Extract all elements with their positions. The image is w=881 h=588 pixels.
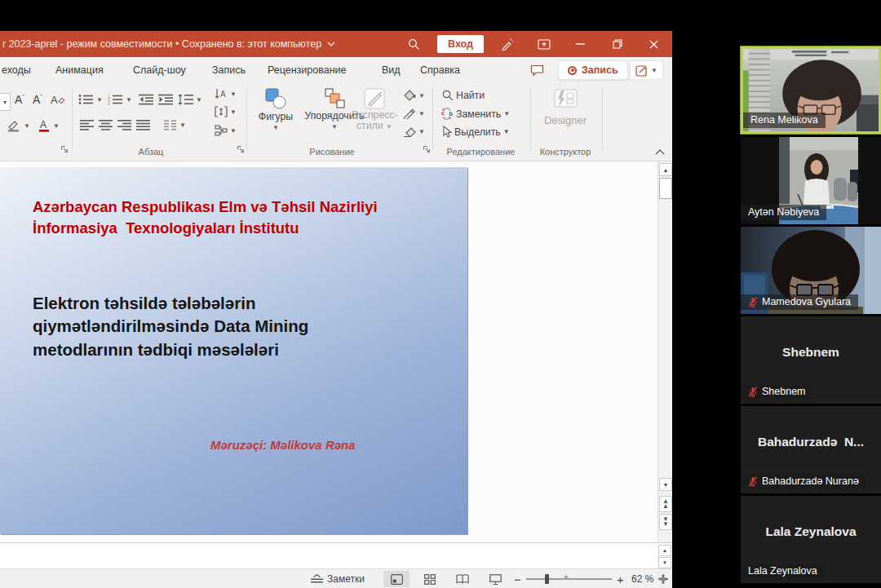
designer-icon xyxy=(551,88,579,109)
next-slide-button[interactable]: ▼▼ xyxy=(659,514,672,530)
align-right-button[interactable] xyxy=(117,119,131,130)
tab-help[interactable]: Справка xyxy=(420,64,460,76)
ribbon-tab-row: еходы Анимация Слайд-шоу Запись Рецензир… xyxy=(0,57,672,83)
find-icon xyxy=(442,90,454,101)
signin-button[interactable]: Вход xyxy=(437,35,484,53)
font-dialog-launcher[interactable] xyxy=(60,145,69,153)
align-text-button[interactable]: ▼ xyxy=(215,106,237,117)
minimize-button[interactable] xyxy=(562,31,599,57)
decrease-indent-button[interactable] xyxy=(139,94,153,105)
increase-indent-button[interactable] xyxy=(158,94,173,105)
participant-name-tag: Lala Zeynalova xyxy=(741,564,825,579)
zoom-slider-tick: + xyxy=(564,573,569,581)
scroll-up-button[interactable]: ▲ xyxy=(659,163,672,176)
participant-tile-rena-melikova[interactable]: Rena Melikova xyxy=(741,46,881,134)
select-icon xyxy=(441,126,452,138)
editing-mode-button[interactable]: ▼ xyxy=(630,60,663,80)
participant-tile-bahadurzade-nurane[interactable]: Bahadurzadə N... Bahadurzadə Nuranə xyxy=(741,406,881,493)
zoom-level[interactable]: 62 % xyxy=(631,569,653,588)
shrink-font-button[interactable]: Aˇ xyxy=(33,93,42,106)
notes-scroll-up-button[interactable]: ▲ xyxy=(658,545,671,556)
shape-effects-button[interactable]: ▼ xyxy=(403,126,425,137)
scroll-down-button[interactable]: ▼ xyxy=(659,478,672,491)
svg-text:A: A xyxy=(40,119,46,130)
drawing-group-label: Рисование xyxy=(287,147,377,157)
select-button[interactable]: Выделить ▼ xyxy=(441,126,510,138)
notes-pane[interactable]: ▲ ▼ xyxy=(0,542,672,568)
participant-tile-shebnem[interactable]: Shebnem Shebnem xyxy=(741,316,881,404)
paragraph-dialog-launcher[interactable] xyxy=(237,145,245,153)
shape-fill-button[interactable]: ▼ xyxy=(403,90,425,101)
justify-button[interactable] xyxy=(136,119,150,130)
replace-button[interactable]: bc Заменить ▼ xyxy=(440,108,510,120)
slide-canvas[interactable]: Azərbaycan Respublikası Elm və Təhsil Na… xyxy=(0,167,467,534)
slide-heading[interactable]: Azərbaycan Respublikası Elm və Təhsil Na… xyxy=(33,197,457,240)
notes-scroll-down-button[interactable]: ▼ xyxy=(658,557,671,568)
participant-tile-lala-zeynalova[interactable]: Lala Zeynalova Lala Zeynalova xyxy=(741,496,881,583)
svg-text:A: A xyxy=(220,90,226,99)
slide-body-text[interactable]: Elektron təhsildə tələbələrin qiymətlənd… xyxy=(33,292,408,361)
tab-transitions-partial[interactable]: еходы xyxy=(2,64,31,76)
notes-toggle-button[interactable]: Заметки xyxy=(311,569,365,588)
participant-display-name: Bahadurzadə N... xyxy=(741,435,881,449)
muted-mic-icon xyxy=(748,476,758,487)
columns-button[interactable]: ▼ xyxy=(163,119,186,130)
highlight-pen-button[interactable]: ▼ xyxy=(7,119,30,132)
svg-text:A: A xyxy=(51,94,58,106)
shapes-button[interactable]: Фигуры ▼ xyxy=(255,88,297,131)
zoom-in-button[interactable]: + xyxy=(617,569,624,588)
shape-outline-button[interactable]: ▼ xyxy=(403,108,425,119)
text-direction-button[interactable]: A ▼ xyxy=(215,88,237,99)
participant-name-tag: Mamedova Gyulara xyxy=(741,294,858,310)
drawing-dialog-launcher[interactable] xyxy=(423,145,431,153)
title-bar: r 2023-aprel - режим совместимости • Сох… xyxy=(0,31,672,57)
slide-speaker-text[interactable]: Məruzəçi: Məlikova Rəna xyxy=(210,438,356,452)
slideshow-view-button[interactable] xyxy=(482,571,508,587)
designer-button[interactable]: Designer xyxy=(537,88,594,126)
shapes-icon xyxy=(265,88,286,109)
scrollbar-thumb[interactable] xyxy=(659,178,672,199)
bullets-button[interactable]: ▼ xyxy=(78,94,103,105)
search-icon[interactable] xyxy=(396,31,432,57)
font-color-button[interactable]: A ▼ xyxy=(38,119,60,132)
line-spacing-button[interactable]: ▼ xyxy=(178,94,202,105)
tab-view[interactable]: Вид xyxy=(382,64,401,76)
normal-view-button[interactable] xyxy=(383,571,410,587)
align-left-button[interactable] xyxy=(80,119,94,130)
record-dot-icon xyxy=(568,66,577,75)
tab-animation[interactable]: Анимация xyxy=(55,64,104,76)
clear-formatting-button[interactable]: A xyxy=(51,93,65,106)
autosave-chevron-icon[interactable] xyxy=(327,42,335,46)
notes-icon xyxy=(311,574,323,584)
comments-icon[interactable] xyxy=(526,61,547,79)
window-title: r 2023-aprel - режим совместимости • Сох… xyxy=(2,38,321,50)
vertical-scrollbar[interactable]: ▲ ▼ ▲▲ ▼▼ xyxy=(657,161,672,542)
participant-name-tag: Rena Melikova xyxy=(743,113,826,128)
tab-review[interactable]: Рецензирование xyxy=(268,64,347,76)
slide-sorter-view-button[interactable] xyxy=(417,571,443,587)
fit-to-window-button[interactable] xyxy=(657,569,669,588)
pen-tools-icon[interactable] xyxy=(489,31,525,57)
previous-slide-button[interactable]: ▲▲ xyxy=(659,496,672,512)
grow-font-button[interactable]: Aˆ xyxy=(15,93,24,106)
zoom-slider-track[interactable] xyxy=(526,578,612,580)
close-button[interactable] xyxy=(635,31,672,57)
convert-smartart-button[interactable]: ▼ xyxy=(215,125,237,136)
screen: r 2023-aprel - режим совместимости • Сох… xyxy=(0,0,881,588)
record-button[interactable]: Запись xyxy=(558,60,628,80)
participant-tile-ayten-nebiyeva[interactable]: Aytən Nəbiyeva xyxy=(741,137,881,224)
align-center-button[interactable] xyxy=(99,119,113,130)
restore-button[interactable] xyxy=(599,31,635,57)
collapse-ribbon-button[interactable] xyxy=(655,148,665,155)
font-size-box-partial[interactable]: ▾ xyxy=(0,93,11,111)
participant-tile-mamedova-gyulara[interactable]: Mamedova Gyulara xyxy=(741,227,881,314)
tab-record[interactable]: Запись xyxy=(212,64,246,76)
quick-styles-button[interactable]: Экспресс-стили ▼ xyxy=(349,88,400,132)
zoom-slider-thumb[interactable] xyxy=(545,574,549,584)
reading-view-button[interactable] xyxy=(449,571,476,587)
numbering-button[interactable]: 123 ▼ xyxy=(108,94,132,105)
tab-slideshow[interactable]: Слайд-шоу xyxy=(133,64,186,76)
zoom-out-button[interactable]: − xyxy=(514,569,521,588)
find-button[interactable]: Найти xyxy=(442,90,485,101)
ribbon-display-options-icon[interactable] xyxy=(525,31,562,57)
